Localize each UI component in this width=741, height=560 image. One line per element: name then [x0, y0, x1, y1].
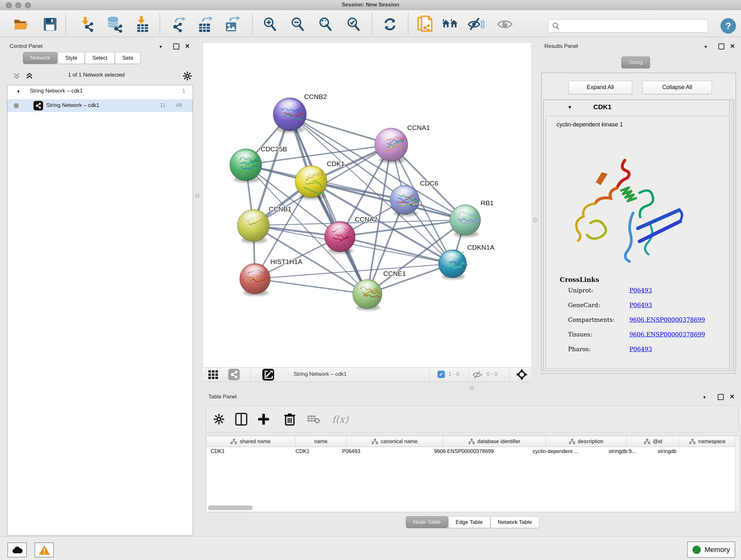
import-network-database-icon[interactable] — [106, 16, 123, 33]
protein-node-CCNE1[interactable] — [353, 279, 382, 311]
delete-table-icon[interactable] — [307, 412, 321, 426]
search-input[interactable] — [562, 21, 704, 31]
table-gear-icon[interactable] — [212, 412, 226, 426]
toolbar-separator — [65, 13, 66, 34]
crosslink-link[interactable]: P06493 — [629, 302, 652, 308]
panel-close-icon[interactable]: × — [185, 43, 190, 49]
panel-float-icon[interactable] — [173, 44, 179, 50]
vertical-scrollbar[interactable] — [735, 436, 740, 512]
tab-node-table[interactable]: Node Table — [406, 516, 448, 528]
column-header-canonical-name[interactable]: canonical name — [347, 436, 443, 447]
network-canvas[interactable]: CCNB2CCNA1CDC25BCDK1CDC6RB1CCNB1CCNA2CDK… — [203, 43, 531, 368]
table-cell[interactable]: stringdb — [653, 447, 704, 457]
zoom-fit-icon[interactable] — [317, 16, 334, 33]
expand-all-button[interactable]: Expand All — [568, 81, 632, 94]
collapse-gene-icon[interactable]: ▼ — [567, 105, 572, 110]
function-builder-icon[interactable]: f(x) — [329, 412, 351, 426]
panel-menu-icon[interactable]: ▼ — [158, 44, 163, 49]
protein-node-CCNB1[interactable] — [238, 209, 269, 243]
tab-edge-table[interactable]: Edge Table — [448, 516, 490, 528]
left-splitter-handle[interactable] — [195, 193, 200, 198]
column-header-description[interactable]: description — [546, 436, 626, 447]
network-edge[interactable] — [255, 279, 367, 294]
gene-section-header[interactable]: ▼ CDK1 — [543, 100, 734, 116]
tab-network[interactable]: Network — [23, 52, 57, 64]
import-table-file-icon[interactable] — [134, 16, 151, 33]
zoom-out-icon[interactable] — [289, 16, 306, 33]
panel-menu-icon[interactable]: ▼ — [704, 44, 708, 49]
delete-column-icon[interactable] — [283, 412, 297, 426]
crosslink-label: GeneCard: — [568, 302, 600, 308]
select-columns-icon[interactable] — [234, 412, 248, 426]
panel-float-icon[interactable] — [718, 44, 724, 50]
cloud-status-button[interactable] — [7, 543, 27, 557]
crosslink-link[interactable]: 9606.ENSP00000378699 — [629, 316, 705, 323]
import-network-file-icon[interactable] — [79, 16, 96, 33]
protein-node-CDC25B[interactable] — [230, 149, 262, 183]
table-cell[interactable]: P06493 — [338, 447, 429, 457]
panel-close-icon[interactable]: × — [730, 43, 735, 49]
panel-menu-icon[interactable]: ▼ — [702, 395, 706, 400]
column-header-namespace[interactable]: namespace — [680, 436, 735, 447]
column-header-database-identifier[interactable]: database identifier — [443, 436, 546, 447]
export-image-icon[interactable] — [224, 16, 241, 33]
crosslink-link[interactable]: P06493 — [629, 287, 652, 294]
tab-select[interactable]: Select — [85, 52, 115, 64]
results-scrollbar[interactable] — [729, 101, 733, 370]
hide-selected-eye-slash-icon[interactable] — [468, 16, 484, 33]
table-row[interactable]: CDK1CDK1P064939606.ENSP00000378699cyclin… — [206, 447, 740, 457]
column-header-@id[interactable]: @id — [626, 436, 680, 447]
help-button[interactable]: ? — [721, 18, 736, 34]
column-label: shared name — [240, 438, 270, 444]
share-view-icon[interactable] — [228, 369, 240, 380]
tab-network-table[interactable]: Network Table — [490, 516, 539, 528]
table-cell[interactable]: CDK1 — [206, 447, 291, 457]
horizontal-scrollbar[interactable] — [208, 505, 253, 510]
save-session-icon[interactable] — [42, 16, 58, 33]
collapse-all-button[interactable]: Collapse All — [643, 81, 712, 94]
protein-node-HIST1H1A[interactable] — [240, 263, 270, 296]
column-header-name[interactable]: name — [295, 436, 347, 447]
birds-eye-toggle-icon[interactable] — [516, 369, 528, 380]
panel-close-icon[interactable]: × — [730, 394, 734, 399]
table-cell[interactable]: cyclin-dependent ... — [528, 447, 604, 457]
crosslink-link[interactable]: P06493 — [629, 346, 652, 353]
create-column-icon[interactable] — [257, 412, 271, 426]
export-network-icon[interactable] — [170, 16, 187, 33]
open-session-icon[interactable] — [13, 16, 30, 33]
grid-view-icon[interactable] — [208, 370, 221, 379]
refresh-icon[interactable] — [382, 16, 398, 33]
table-cell[interactable]: stringdb:9... — [604, 447, 653, 457]
column-header-shared-name[interactable]: shared name — [206, 436, 295, 447]
crosslink-link[interactable]: 9606.ENSP00000378699 — [629, 331, 705, 338]
export-table-icon[interactable] — [197, 16, 214, 33]
open-in-window-icon[interactable] — [262, 369, 274, 381]
tab-sets[interactable]: Sets — [115, 52, 140, 64]
warnings-button[interactable] — [35, 543, 54, 557]
protein-node-CDKN1A[interactable] — [439, 250, 467, 279]
protein-node-CDK1[interactable] — [295, 166, 327, 199]
bottom-splitter-handle[interactable] — [469, 386, 474, 390]
zoom-in-icon[interactable] — [262, 16, 278, 33]
selected-nodes-checkbox[interactable]: ✓ — [437, 371, 445, 378]
tab-style[interactable]: Style — [58, 52, 84, 64]
tree-expand-icon[interactable]: ▼ — [16, 89, 20, 94]
table-cell[interactable]: 9606.ENSP00000378699 — [429, 447, 528, 457]
zoom-selected-icon[interactable] — [345, 16, 362, 33]
protein-node-CDC6[interactable] — [390, 185, 419, 216]
network-edge[interactable] — [290, 114, 367, 294]
home-icon[interactable] — [442, 16, 458, 33]
panel-float-icon[interactable] — [718, 394, 724, 400]
network-row-selected[interactable]: String Network – cdk1 11 48 — [7, 99, 193, 112]
gear-icon[interactable] — [183, 71, 192, 81]
show-all-eye-icon[interactable] — [496, 16, 513, 33]
memory-button[interactable]: Memory — [687, 542, 735, 558]
tab-string[interactable]: String — [621, 57, 650, 68]
table-cell[interactable]: CDK1 — [291, 447, 338, 457]
clone-network-icon[interactable] — [417, 16, 433, 33]
right-splitter-handle[interactable] — [533, 217, 538, 222]
network-collection-row[interactable]: ▼ String Network – cdk1 1 — [7, 85, 193, 99]
protein-node-RB1[interactable] — [450, 205, 481, 237]
protein-node-CCNA1[interactable] — [375, 128, 408, 163]
protein-node-CCNA2[interactable] — [325, 221, 355, 254]
